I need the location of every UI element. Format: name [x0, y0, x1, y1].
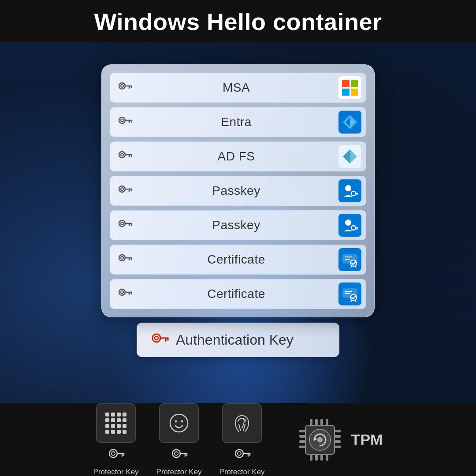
svg-rect-87 — [299, 446, 305, 448]
bottom-section: Protector Key Protector Key — [0, 403, 476, 476]
label-entra: Entra — [134, 115, 338, 129]
svg-point-29 — [119, 220, 125, 227]
protector-key-icon-face — [169, 446, 189, 465]
svg-point-39 — [121, 257, 123, 259]
main-content: MSA Entra — [0, 42, 476, 357]
svg-point-25 — [345, 185, 351, 191]
key-icon-adfs — [115, 147, 134, 166]
protector-key-icon-fp — [232, 446, 252, 465]
key-icon-passkey-1 — [115, 181, 134, 201]
svg-point-26 — [351, 191, 356, 196]
svg-marker-19 — [343, 149, 350, 164]
svg-point-60 — [152, 334, 160, 342]
tpm-label: TPM — [351, 431, 383, 448]
icon-right-msa — [338, 76, 361, 99]
key-icon-passkey-2 — [115, 216, 134, 235]
svg-rect-99 — [326, 454, 328, 461]
tpm-chip-icon — [296, 416, 344, 464]
icon-right-cert-1 — [338, 248, 361, 271]
auth-key-box: Authentication Key — [137, 323, 339, 357]
auth-key-icon — [149, 330, 169, 350]
fingerprint-icon — [231, 412, 253, 434]
icon-right-passkey-1 — [338, 179, 361, 202]
svg-point-66 — [112, 452, 115, 455]
svg-point-72 — [181, 420, 183, 422]
container-panel: MSA Entra — [101, 64, 375, 317]
svg-point-0 — [119, 83, 125, 89]
key-icon-cert-2 — [115, 284, 134, 304]
svg-point-34 — [345, 219, 351, 226]
svg-point-71 — [175, 420, 177, 422]
tpm-section: TPM — [296, 416, 383, 464]
icon-right-passkey-2 — [338, 214, 361, 237]
row-passkey-2: Passkey — [110, 210, 366, 240]
microsoft-logo — [342, 80, 358, 96]
svg-point-73 — [172, 450, 180, 457]
label-cert-2: Certificate — [134, 287, 338, 301]
svg-line-48 — [355, 266, 356, 268]
protector-pin: Protector Key — [93, 403, 139, 476]
protector-label-fp: Protector Key — [219, 468, 265, 476]
svg-point-30 — [121, 222, 123, 225]
protector-fingerprint: Protector Key — [219, 403, 265, 476]
auth-key-label: Authentication Key — [176, 332, 294, 348]
page-title: Windows Hello container — [94, 8, 382, 35]
key-icon-cert-1 — [115, 250, 134, 269]
svg-rect-95 — [326, 419, 328, 425]
svg-rect-91 — [335, 446, 341, 448]
svg-line-58 — [351, 300, 352, 302]
row-entra: Entra — [110, 107, 366, 137]
svg-rect-84 — [299, 430, 305, 432]
svg-point-14 — [121, 153, 123, 156]
protector-face: Protector Key — [156, 403, 202, 476]
label-msa: MSA — [134, 81, 338, 95]
label-passkey-1: Passkey — [134, 184, 338, 198]
row-msa: MSA — [110, 73, 366, 103]
svg-point-61 — [155, 336, 158, 340]
svg-point-20 — [119, 186, 125, 192]
svg-rect-96 — [310, 454, 312, 461]
svg-point-102 — [317, 437, 323, 443]
svg-rect-90 — [335, 440, 341, 443]
label-adfs: AD FS — [134, 149, 338, 164]
svg-rect-88 — [335, 430, 341, 432]
protector-label-face: Protector Key — [156, 468, 202, 476]
protector-key-icon-pin — [106, 446, 126, 465]
row-adfs: AD FS — [110, 141, 366, 171]
svg-point-78 — [235, 450, 243, 457]
svg-point-35 — [351, 226, 356, 230]
icon-right-adfs — [338, 145, 361, 168]
svg-point-1 — [121, 85, 123, 87]
svg-rect-93 — [315, 419, 318, 425]
label-cert-1: Certificate — [134, 253, 338, 267]
svg-rect-86 — [299, 440, 305, 443]
key-icon-msa — [115, 78, 134, 97]
row-cert-1: Certificate — [110, 245, 366, 275]
key-icon-entra — [115, 112, 134, 132]
label-passkey-2: Passkey — [134, 218, 338, 232]
header: Windows Hello container — [0, 0, 476, 42]
svg-rect-89 — [335, 435, 341, 438]
svg-point-65 — [109, 450, 117, 457]
svg-line-47 — [351, 266, 352, 268]
svg-point-13 — [119, 152, 125, 158]
svg-point-50 — [121, 291, 123, 294]
row-passkey-1: Passkey — [110, 176, 366, 206]
svg-rect-97 — [315, 454, 318, 461]
grid-icon — [105, 413, 126, 434]
svg-rect-98 — [320, 454, 323, 461]
row-cert-2: Certificate — [110, 279, 366, 309]
face-icon — [167, 412, 190, 435]
protector-box-pin — [96, 403, 136, 443]
svg-rect-92 — [310, 419, 312, 425]
svg-point-70 — [170, 414, 188, 432]
svg-point-6 — [121, 119, 123, 122]
svg-point-21 — [121, 188, 123, 190]
protector-label-pin: Protector Key — [93, 468, 139, 476]
icon-right-entra — [338, 111, 361, 134]
svg-marker-18 — [350, 149, 357, 164]
svg-point-49 — [119, 289, 125, 295]
protector-box-face — [159, 403, 199, 443]
svg-line-59 — [355, 300, 356, 302]
protector-box-fingerprint — [222, 403, 262, 443]
